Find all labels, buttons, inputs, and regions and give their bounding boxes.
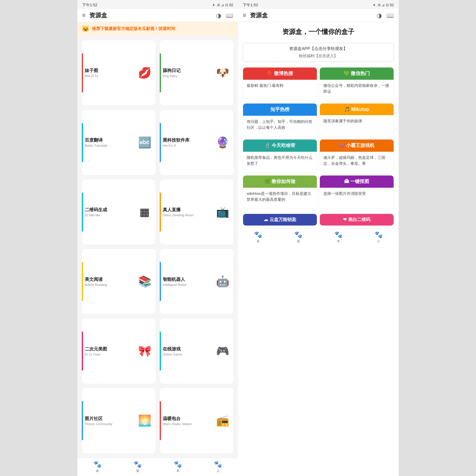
left-theme-icon[interactable]: ◑ <box>216 12 221 19</box>
grid-item-text: 真人直播 Direct Seeding Room <box>163 207 194 217</box>
grid-item-er-ci-yuan[interactable]: 二次元美图 Er Ci Yuan 🎀 <box>82 318 156 384</box>
feature-header: 🔴 微博热搜 <box>243 68 317 80</box>
right-theme-icon[interactable]: ◑ <box>377 12 382 19</box>
left-time: 下午1:52 <box>82 2 97 8</box>
feature-card-game[interactable]: 👾 小霸王游戏机 魂斗罗，超级玛丽，热血足球，三国志，合金弹头，拳皇。希 <box>320 139 394 173</box>
signal-icon: .ıll <box>216 3 220 7</box>
grid-item-title: 二次元美图 <box>85 346 107 352</box>
grid-item-text: 温暖电台 Warm Radio Station <box>163 416 192 426</box>
left-app-title: 资源盒 <box>89 11 107 19</box>
nav-ren[interactable]: 🐾 人 <box>214 461 222 473</box>
nav-huan[interactable]: 🐾 欢 <box>93 461 101 473</box>
right-hero: 资源盒，一个懂你的盒子 <box>238 22 399 43</box>
grid-item-sub: Online Game <box>163 353 182 356</box>
grid-item-hei-ke-ji[interactable]: 黑科技软件库 Hei Ke Ji 🔮 <box>159 109 234 176</box>
nav-label: 欢 <box>96 469 99 473</box>
grid-item-title: 百度翻译 <box>85 137 107 143</box>
grid-item-er-wei-ma[interactable]: 二维码生成 Er Wei Ma ▦ <box>82 179 156 245</box>
left-status-icons: ✶ .ıll ⊿ ⊡ 62 <box>212 3 233 7</box>
grid-item-text: 在线游戏 Online Game <box>163 346 182 356</box>
nav-feng-right[interactable]: 🐾 丰 <box>334 231 342 243</box>
partial-header: ❤ 表白二维码 <box>320 214 394 226</box>
accent-bar <box>82 123 83 162</box>
grid-item-sub: Warm Radio Station <box>163 422 192 426</box>
grid-item-icon: 🌅 <box>137 413 153 429</box>
grid-item-direct-seeding[interactable]: 真人直播 Direct Seeding Room 📺 <box>159 179 234 245</box>
right-menu-icon[interactable]: ≡ <box>243 12 246 19</box>
grid-item-title: 黑科技软件库 <box>163 137 190 143</box>
accent-bar <box>160 401 161 440</box>
left-menu-icon[interactable]: ≡ <box>82 12 86 19</box>
left-phone: 下午1:52 ✶ .ıll ⊿ ⊡ 62 ≡ 资源盒 ◑ 📖 🐱 推荐下载最新官 <box>77 0 238 476</box>
grid-item-title: 在线游戏 <box>163 346 182 352</box>
paw-icon: 🐾 <box>214 461 222 468</box>
paw-icon: 🐾 <box>93 461 101 468</box>
right-wifi-icon: ⊿ <box>382 3 385 7</box>
grid-item-article-reading[interactable]: 美文阅读 Article Reading 📚 <box>82 248 156 314</box>
grid-item-sub: Mei Zi Tu <box>85 74 98 78</box>
accent-bar <box>160 53 161 93</box>
grid-item-icon: 🔤 <box>137 134 153 151</box>
grid-item-dog-diary[interactable]: 舔狗日记 Dog Diary 🐶 <box>159 40 234 106</box>
share-card[interactable]: 资源盒APP【点击分享给朋友】 粉丝福利【点击进入】 <box>243 43 394 62</box>
left-banner[interactable]: 🐱 推荐下载最新官方稳定版冬瓜影视！抓紧时间 <box>77 22 238 36</box>
grid-item-intelligent-robot[interactable]: 智能机器人 Intelligent Robot 🤖 <box>159 248 234 314</box>
nav-label: 丰 <box>176 469 179 473</box>
grid-item-online-game[interactable]: 在线游戏 Online Game 🎮 <box>159 318 234 384</box>
nav-huan-right[interactable]: 🐾 欢 <box>254 231 262 243</box>
partial-card-cloud-drive[interactable]: ☁ 云盘万能钥匙 <box>243 214 317 226</box>
feature-card-zhihu[interactable]: 知乎热榜 有问题，上知乎。知乎，可信赖的问答社区，以让每个人高效 <box>243 103 317 137</box>
feature-header: 🌿 教你如何做 <box>243 176 317 188</box>
grid-item-title: 二维码生成 <box>85 207 107 213</box>
grid-item-title: 智能机器人 <box>163 277 187 282</box>
grid-item-sub: Article Reading <box>85 283 107 286</box>
feature-card-mikutap[interactable]: 🎵 Mikutap 随意演奏属于你的旋律 <box>320 103 394 137</box>
wifi-icon: ⊿ <box>221 3 224 7</box>
accent-bar <box>82 192 83 232</box>
feature-card-weibo[interactable]: 🔴 微博热搜 最新鲜·最热门·最有料 <box>243 67 317 101</box>
left-book-icon[interactable]: 📖 <box>226 12 233 19</box>
nav-ying-right[interactable]: 🐾 迎 <box>294 231 302 243</box>
nav-label: 人 <box>377 239 380 243</box>
paw-icon: 🐾 <box>134 461 142 468</box>
nav-ren-right[interactable]: 🐾 人 <box>375 231 383 243</box>
feature-card-cutout[interactable]: 🏔 一键抠图 选择一张图片并消除背景 <box>320 175 394 209</box>
right-bluetooth-icon: ✶ <box>373 3 376 7</box>
feature-body: wikiHow是一项协作项目，目标是建立世界最大的最高质量的 <box>243 188 317 209</box>
right-battery-icon: ⊡ <box>386 3 389 7</box>
grid-item-mei-zi-tu[interactable]: 妹子图 Mei Zi Tu 💋 <box>82 40 156 106</box>
feature-card-wikihow[interactable]: 🌿 教你如何做 wikiHow是一项协作项目，目标是建立世界最大的最高质量的 <box>243 175 317 209</box>
paw-icon: 🐾 <box>334 231 342 239</box>
grid-item-sub: Baidu Translate <box>85 144 107 147</box>
grid-item-icon: 📚 <box>137 273 153 289</box>
feature-body: 魂斗罗，超级玛丽，热血足球，三国志，合金弹头，拳皇。希 <box>320 152 394 173</box>
left-top-bar-right: ◑ 📖 <box>216 12 233 19</box>
grid-item-baidu-translate[interactable]: 百度翻译 Baidu Translate 🔤 <box>82 109 156 176</box>
accent-bar <box>82 331 83 371</box>
grid-item-picture-community[interactable]: 图片社区 Picture Community 🌅 <box>82 388 156 454</box>
grid-item-sub: Direct Seeding Room <box>163 213 194 217</box>
feature-body: 最新鲜·最热门·最有料 <box>243 80 317 101</box>
feature-header: 🏔 一键抠图 <box>320 176 394 188</box>
right-top-bar: ≡ 资源盒 ◑ 📖 <box>238 9 399 22</box>
left-bottom-nav: 🐾 欢 🐾 迎 🐾 丰 🐾 人 <box>77 458 238 476</box>
nav-ying[interactable]: 🐾 迎 <box>134 461 142 473</box>
right-status-icons: ✶ .ıll ⊿ ⊡ 62 <box>373 3 394 7</box>
grid-item-text: 百度翻译 Baidu Translate <box>85 137 107 147</box>
right-phone: 下午1:52 ✶ .ıll ⊿ ⊡ 62 ≡ 资源盒 ◑ 📖 资源盒，一个懂你的… <box>238 0 399 476</box>
right-book-icon[interactable]: 📖 <box>386 12 394 19</box>
feature-card-food[interactable]: 🍴 今天吃啥呀 随机推荐食品，再也不用为今天吃什么发愁了 <box>243 139 317 173</box>
grid-item-sub: Intelligent Robot <box>163 283 187 286</box>
feature-header: 🎵 Mikutap <box>320 104 394 115</box>
grid-item-text: 二维码生成 Er Wei Ma <box>85 207 107 217</box>
partial-card-qrcode[interactable]: ❤ 表白二维码 <box>320 214 394 226</box>
feature-card-wechat[interactable]: 💚 微信热门 微信公众号，精彩内容独家收录，一搜即达 <box>320 67 394 101</box>
nav-label: 欢 <box>257 239 260 243</box>
right-app-title: 资源盒 <box>250 11 268 19</box>
feature-body: 有问题，上知乎。知乎，可信赖的问答社区，以让每个人高效 <box>243 116 317 137</box>
grid-item-title: 美文阅读 <box>85 277 107 282</box>
grid-item-warm-radio[interactable]: 温暖电台 Warm Radio Station 📻 <box>159 388 234 454</box>
nav-feng[interactable]: 🐾 丰 <box>174 461 182 473</box>
grid-item-icon: 💋 <box>137 65 153 81</box>
feature-body: 随机推荐食品，再也不用为今天吃什么发愁了 <box>243 152 317 173</box>
